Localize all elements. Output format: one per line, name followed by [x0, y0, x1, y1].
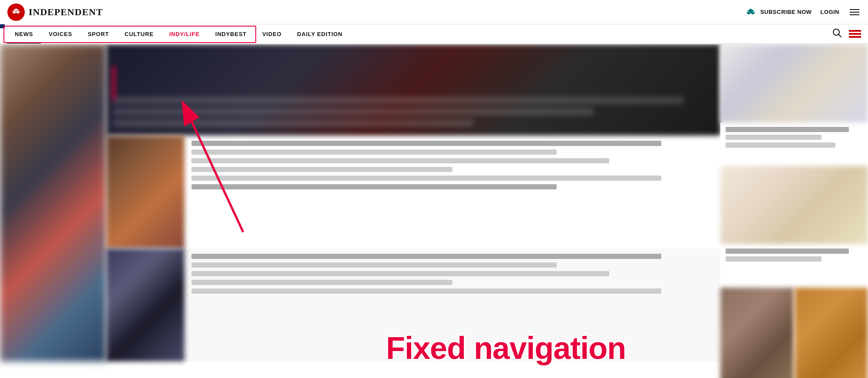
text-block-8 — [191, 262, 557, 268]
svg-line-3 — [838, 34, 841, 37]
article-title-bar — [113, 96, 683, 104]
subscribe-area[interactable]: SUBSCRIBE NOW — [745, 8, 812, 17]
nav-right-controls — [832, 28, 861, 40]
right-text-5 — [726, 256, 822, 262]
nav-item-sport[interactable]: SPORT — [80, 26, 117, 43]
nav-item-indylife[interactable]: INDY/LIFE — [162, 26, 208, 43]
left-image — [0, 44, 106, 361]
text-block-7 — [191, 254, 661, 259]
right-top-image — [720, 44, 868, 123]
right-mid-image — [720, 166, 868, 244]
nav-item-daily-edition[interactable]: DAILY EDITION — [289, 26, 350, 43]
text-block-10 — [191, 280, 452, 285]
text-block-2 — [191, 149, 557, 155]
nav-items: NEWS VOICES SPORT CULTURE INDY/LIFE INDY… — [7, 26, 350, 43]
nav-item-culture[interactable]: CULTURE — [117, 26, 162, 43]
text-block-5 — [191, 176, 661, 181]
center-mid-image — [106, 136, 185, 249]
nav-item-voices[interactable]: VOICES — [41, 26, 80, 43]
right-bot-right-image — [795, 288, 868, 378]
content-grid — [0, 44, 868, 378]
logo-area[interactable]: INDEPENDENT — [7, 3, 103, 21]
center-bot-image — [106, 249, 185, 361]
text-block-9 — [191, 271, 609, 276]
hamburger-line-3 — [850, 14, 859, 15]
center-bottom-row — [106, 249, 720, 361]
right-text-area-2 — [720, 244, 868, 288]
article-subtitle-bar — [113, 108, 594, 116]
center-top-article — [106, 44, 720, 136]
login-button[interactable]: LOGIN — [820, 9, 839, 15]
right-text-4 — [726, 249, 849, 254]
hamburger-line-1 — [850, 9, 859, 10]
hamburger-menu-button[interactable] — [848, 7, 861, 17]
main-content: Fixed navigation — [0, 44, 868, 378]
center-column — [106, 44, 720, 378]
text-block-11 — [191, 288, 661, 294]
nav-bar: NEWS VOICES SPORT CULTURE INDY/LIFE INDY… — [0, 24, 868, 44]
center-bot-text — [185, 249, 720, 361]
flag-icon[interactable] — [849, 30, 861, 38]
hamburger-line-2 — [850, 12, 859, 13]
text-block-1 — [191, 141, 661, 146]
right-bot-area — [720, 288, 868, 378]
left-column — [0, 44, 106, 378]
right-column — [720, 44, 868, 378]
text-block-6 — [191, 184, 557, 189]
center-mid-row — [106, 136, 720, 249]
text-block-4 — [191, 167, 452, 172]
subscribe-label[interactable]: SUBSCRIBE NOW — [760, 9, 812, 15]
nav-item-news[interactable]: NEWS — [7, 26, 41, 43]
logo-text[interactable]: INDEPENDENT — [29, 7, 103, 18]
top-bar: INDEPENDENT SUBSCRIBE NOW LOGIN — [0, 0, 868, 24]
right-bot-left-image — [720, 288, 794, 378]
nav-item-indybest[interactable]: INDYBEST — [208, 26, 254, 43]
subscribe-eagle-icon — [745, 8, 757, 17]
text-block-3 — [191, 158, 609, 163]
svg-point-1 — [16, 10, 17, 11]
search-button[interactable] — [832, 28, 842, 40]
right-text-2 — [726, 135, 822, 140]
eagle-logo-icon — [7, 3, 25, 21]
article-meta-bar — [113, 119, 473, 127]
right-text-3 — [726, 143, 835, 148]
right-col-content — [720, 44, 868, 378]
right-text-area-1 — [720, 123, 868, 166]
center-mid-text — [185, 136, 720, 249]
right-text-1 — [726, 127, 849, 132]
top-right-controls: SUBSCRIBE NOW LOGIN — [745, 7, 861, 17]
nav-item-video[interactable]: VIDEO — [254, 26, 289, 43]
